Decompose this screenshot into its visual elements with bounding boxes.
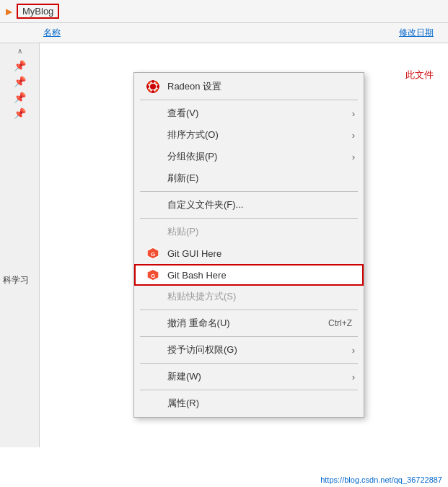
pin-icon-2: 📌 <box>14 76 25 87</box>
svg-point-5 <box>157 85 159 88</box>
svg-point-4 <box>146 85 149 88</box>
svg-point-2 <box>151 80 154 83</box>
breadcrumb-folder[interactable]: MyBlog <box>17 4 59 19</box>
menu-item-git-gui[interactable]: G Git GUI Here <box>134 242 364 264</box>
svg-point-3 <box>151 90 154 93</box>
svg-text:G: G <box>151 273 155 279</box>
menu-item-customize[interactable]: 自定义文件夹(F)... <box>134 194 364 216</box>
properties-icon-spacer <box>146 396 160 411</box>
left-panel: ∧ 📌 📌 📌 📌 <box>0 43 40 447</box>
menu-label-new: 新建(W) <box>167 370 201 383</box>
menu-label-refresh: 刷新(E) <box>167 172 198 185</box>
menu-item-undo[interactable]: 撤消 重命名(U) Ctrl+Z <box>134 312 364 334</box>
menu-label-git-bash: Git Bash Here <box>167 270 227 281</box>
undo-icon-spacer <box>146 316 160 330</box>
separator-7 <box>140 390 358 390</box>
side-label: 科学习 <box>3 274 29 286</box>
column-modified-header[interactable]: 修改日期 <box>399 27 434 39</box>
status-bar: https://blog.csdn.net/qq_36722887 <box>315 473 448 487</box>
menu-item-group[interactable]: 分组依据(P) › <box>134 146 364 167</box>
svg-point-7 <box>156 82 158 84</box>
menu-label-sort: 排序方式(O) <box>167 128 219 141</box>
svg-point-6 <box>149 82 151 84</box>
svg-point-8 <box>149 89 151 92</box>
view-icon-spacer <box>146 106 160 120</box>
new-icon-spacer <box>146 369 160 384</box>
scroll-up-button[interactable]: ∧ <box>0 43 39 58</box>
explorer-window: ▶ MyBlog 名称 修改日期 ∧ 📌 📌 📌 📌 科学习 此文件 <box>0 0 448 487</box>
group-icon-spacer <box>146 149 160 164</box>
menu-item-radeon[interactable]: Radeon 设置 <box>134 76 364 97</box>
menu-item-properties[interactable]: 属性(R) <box>134 392 364 414</box>
menu-item-new[interactable]: 新建(W) › <box>134 366 364 387</box>
menu-item-refresh[interactable]: 刷新(E) <box>134 167 364 189</box>
menu-label-customize: 自定义文件夹(F)... <box>167 198 243 211</box>
undo-shortcut: Ctrl+Z <box>328 318 352 328</box>
view-submenu-arrow: › <box>352 108 355 119</box>
menu-label-paste-shortcut: 粘贴快捷方式(S) <box>167 290 236 303</box>
separator-3 <box>140 218 358 219</box>
menu-item-sort[interactable]: 排序方式(O) › <box>134 124 364 146</box>
file-notice: 此文件 <box>405 69 434 82</box>
git-gui-icon: G <box>146 246 160 260</box>
menu-item-view[interactable]: 查看(V) › <box>134 102 364 124</box>
separator-6 <box>140 363 358 364</box>
menu-label-group: 分组依据(P) <box>167 150 217 163</box>
breadcrumb-bar: ▶ MyBlog <box>0 0 448 23</box>
separator-4 <box>140 310 358 310</box>
menu-label-undo: 撤消 重命名(U) <box>167 317 230 330</box>
group-submenu-arrow: › <box>352 152 355 162</box>
pin-icon-4: 📌 <box>14 108 25 118</box>
pin-icon-1: 📌 <box>14 61 25 71</box>
customize-icon-spacer <box>146 198 160 212</box>
git-bash-icon: G <box>146 268 160 282</box>
column-name-header[interactable]: 名称 <box>43 27 399 39</box>
separator-5 <box>140 336 358 337</box>
menu-label-access: 授予访问权限(G) <box>167 343 237 356</box>
menu-item-git-bash[interactable]: G Git Bash Here <box>134 264 364 286</box>
paste-icon-spacer <box>146 224 160 239</box>
menu-item-paste-shortcut: 粘贴快捷方式(S) <box>134 286 364 307</box>
menu-item-paste: 粘贴(P) <box>134 221 364 242</box>
radeon-icon <box>146 79 160 94</box>
svg-point-1 <box>150 84 156 89</box>
sort-icon-spacer <box>146 128 160 142</box>
refresh-icon-spacer <box>146 171 160 185</box>
new-submenu-arrow: › <box>352 372 355 382</box>
sort-submenu-arrow: › <box>352 130 355 141</box>
column-header: 名称 修改日期 <box>0 23 448 43</box>
pin-icon-3: 📌 <box>14 92 25 102</box>
context-menu: Radeon 设置 查看(V) › 排序方式(O) › 分组依据(P) › 刷新… <box>133 72 364 418</box>
breadcrumb-arrow: ▶ <box>6 6 12 17</box>
access-icon-spacer <box>146 343 160 357</box>
svg-text:G: G <box>151 251 155 258</box>
separator-1 <box>140 100 358 100</box>
menu-label-paste: 粘贴(P) <box>167 225 198 238</box>
menu-label-radeon: Radeon 设置 <box>167 80 221 93</box>
menu-label-git-gui: Git GUI Here <box>167 248 221 259</box>
menu-item-access[interactable]: 授予访问权限(G) › <box>134 339 364 361</box>
menu-label-properties: 属性(R) <box>167 397 199 410</box>
menu-label-view: 查看(V) <box>167 107 198 120</box>
status-url: https://blog.csdn.net/qq_36722887 <box>320 475 442 484</box>
separator-2 <box>140 191 358 192</box>
paste-shortcut-icon-spacer <box>146 289 160 304</box>
svg-point-9 <box>156 89 158 92</box>
access-submenu-arrow: › <box>352 345 355 356</box>
